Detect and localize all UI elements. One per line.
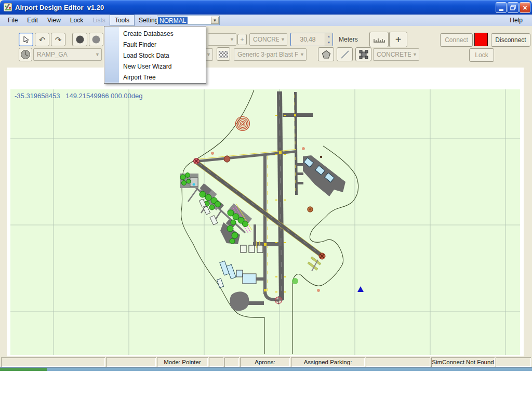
status-aprons: Aprons: — [240, 357, 290, 367]
lock-button[interactable]: Lock — [469, 48, 494, 62]
window-title: Airport Design Editor v1.20 — [15, 4, 104, 11]
border-green-segment — [0, 368, 47, 371]
menu-item-fault-finder[interactable]: Fault Finder — [104, 39, 206, 50]
status-assigned-parking: Assigned Parking: — [291, 357, 365, 367]
chevron-down-icon: ▼ — [411, 52, 419, 57]
menu-item-load-stock-data[interactable]: Load Stock Data — [104, 50, 206, 61]
menu-lock[interactable]: Lock — [65, 15, 88, 25]
menu-help[interactable]: Help — [507, 15, 526, 26]
line-icon — [340, 50, 350, 59]
border-blue-segment — [47, 368, 532, 371]
runway-width-value: 30,48 — [291, 36, 325, 43]
status-mode: Mode: Pointer — [157, 357, 208, 367]
status-panel-blank-6 — [496, 357, 531, 367]
hidden-combobox-row1[interactable]: ▼ — [208, 33, 236, 46]
ramp-type-combobox[interactable]: RAMP_GA ▼ — [33, 48, 102, 61]
polygon-tool-button[interactable] — [318, 47, 334, 61]
add-small-button[interactable]: + — [237, 34, 247, 45]
redo-icon: ↷ — [55, 36, 62, 44]
chevron-down-icon: ▼ — [298, 52, 306, 57]
line-tool-button[interactable] — [337, 47, 353, 61]
menu-bar: File Edit View Lock Lists Tools Settings… — [0, 15, 532, 26]
app-icon — [4, 3, 12, 11]
spin-up-icon[interactable]: ▲ — [325, 33, 332, 39]
pointer-icon — [23, 36, 30, 44]
menu-item-new-user-wizard[interactable]: New User Wizard — [104, 61, 206, 72]
map-panel: -35.319658453 149.21549966 000.00deg — [7, 68, 524, 356]
chevron-down-icon: ▼ — [228, 37, 236, 42]
close-icon: × — [523, 4, 527, 11]
map-canvas[interactable]: -35.319658453 149.21549966 000.00deg — [10, 89, 520, 355]
fence-type-combobox[interactable]: Generic 3-part Blast Fence ▼ — [234, 48, 307, 61]
disconnect-label: Disconnect — [495, 36, 526, 44]
chevron-down-icon[interactable]: ▼ — [211, 17, 219, 24]
texture-tool-button[interactable] — [217, 47, 230, 61]
ramp-type-value: RAMP_GA — [34, 51, 94, 58]
measure-tool-button[interactable] — [369, 32, 389, 47]
ruler-icon — [373, 36, 385, 43]
status-bar: Mode: Pointer Aprons: Assigned Parking: … — [0, 356, 532, 367]
toolbar: ↶ ↷ ▼ + CONCRETE ▼ 30,48 ▲▼ Meters + Con… — [0, 26, 532, 68]
redo-button[interactable]: ↷ — [51, 33, 65, 46]
apron-surface-value: CONCRETE — [374, 51, 411, 58]
lock-label: Lock — [475, 51, 488, 59]
meters-label: Meters — [339, 36, 358, 43]
hold-point-tool-button[interactable] — [19, 48, 32, 61]
status-panel-blank-3 — [209, 357, 223, 367]
spin-down-icon[interactable]: ▼ — [325, 39, 332, 46]
pointer-tool-button[interactable] — [19, 33, 33, 46]
runway-width-spinner[interactable]: 30,48 ▲▼ — [290, 33, 333, 46]
undo-button[interactable]: ↶ — [35, 33, 49, 46]
close-button[interactable]: × — [520, 2, 530, 13]
status-simconnect: SimConnect Not Found — [431, 357, 495, 367]
title-bar[interactable]: Airport Design Editor v1.20 × — [0, 0, 532, 15]
restore-icon — [510, 5, 516, 10]
gray-circle-icon — [91, 35, 101, 44]
menu-edit[interactable]: Edit — [22, 15, 43, 25]
dark-circle-icon — [75, 35, 85, 44]
apron-rect-tool-button[interactable] — [355, 47, 371, 61]
status-panel-blank-4 — [224, 357, 239, 367]
spinner-arrows[interactable]: ▲▼ — [325, 33, 332, 46]
menu-item-airport-tree[interactable]: Airport Tree — [104, 72, 206, 83]
undo-icon: ↶ — [39, 36, 46, 44]
light-node-tool-button[interactable] — [89, 33, 103, 46]
mode-combobox[interactable]: NORMAL ▼ — [157, 16, 220, 25]
status-panel-blank-5 — [366, 357, 430, 367]
menu-view[interactable]: View — [43, 15, 65, 25]
minimize-icon — [499, 9, 503, 11]
checkerboard-icon — [219, 51, 228, 58]
status-panel-blank-1 — [1, 357, 105, 367]
window-bottom-border — [0, 367, 532, 370]
restore-button[interactable] — [508, 2, 518, 13]
connect-label: Connect — [445, 36, 468, 44]
disconnect-button[interactable]: Disconnect — [491, 33, 530, 47]
menu-item-create-databases[interactable]: Create Databases — [104, 29, 206, 39]
fence-type-value: Generic 3-part Blast Fence — [234, 51, 298, 58]
selection-rectangle-icon — [358, 49, 369, 60]
menu-tools[interactable]: Tools — [110, 15, 134, 25]
mode-combobox-value: NORMAL — [158, 17, 188, 24]
runway-surface-value: CONCRETE — [250, 36, 279, 43]
menu-lists: Lists — [88, 15, 110, 25]
airport-map-drawing — [10, 89, 520, 355]
minimize-button[interactable] — [496, 2, 507, 13]
menu-file[interactable]: File — [3, 15, 22, 25]
connect-button[interactable]: Connect — [440, 33, 473, 47]
connection-status-indicator — [474, 33, 488, 46]
add-object-button[interactable]: + — [389, 32, 407, 47]
apron-surface-combobox[interactable]: CONCRETE ▼ — [373, 48, 419, 61]
chevron-down-icon: ▼ — [279, 37, 287, 42]
runway-surface-combobox[interactable]: CONCRETE ▼ — [249, 33, 287, 46]
tools-menu-popup: Create Databases Fault Finder Load Stock… — [104, 26, 206, 84]
chevron-down-icon: ▼ — [94, 52, 101, 57]
clock-icon — [20, 49, 31, 60]
dark-node-tool-button[interactable] — [72, 33, 87, 46]
pentagon-icon — [322, 50, 331, 59]
status-panel-blank-2 — [106, 357, 156, 367]
app-window: Airport Design Editor v1.20 × File Edit … — [0, 0, 532, 370]
coordinates-readout: -35.319658453 149.21549966 000.00deg — [15, 92, 143, 100]
plus-icon: + — [395, 34, 402, 46]
